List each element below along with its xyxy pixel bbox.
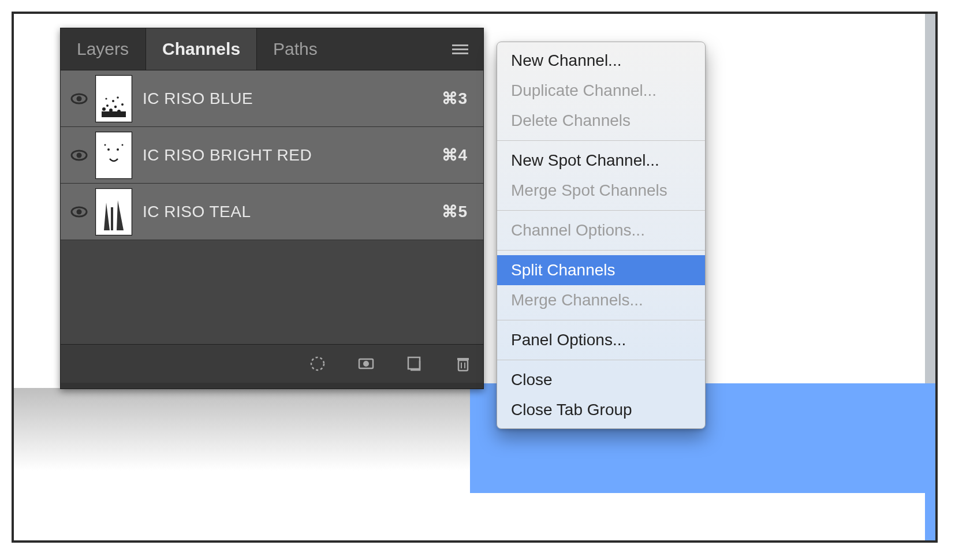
- svg-point-18: [117, 148, 119, 151]
- right-rail-lower: [925, 383, 935, 540]
- svg-rect-29: [457, 358, 469, 360]
- menu-close[interactable]: Close: [497, 365, 705, 395]
- svg-point-13: [117, 96, 119, 99]
- menu-duplicate-channel: Duplicate Channel...: [497, 76, 705, 106]
- svg-point-5: [102, 107, 106, 111]
- channel-row[interactable]: IC RISO TEAL ⌘5: [61, 184, 483, 240]
- channel-thumbnail: [95, 188, 132, 236]
- menu-close-tab-group[interactable]: Close Tab Group: [497, 395, 705, 425]
- tab-layers[interactable]: Layers: [61, 28, 146, 70]
- menu-separator: [497, 320, 705, 320]
- panel-flyout-menu: New Channel... Duplicate Channel... Dele…: [497, 42, 706, 429]
- channel-thumbnail: [95, 75, 132, 122]
- menu-separator: [497, 360, 705, 360]
- delete-channel-icon[interactable]: [451, 352, 475, 376]
- channels-panel: Layers Channels Paths IC RISO BLUE: [60, 28, 484, 389]
- menu-split-channels[interactable]: Split Channels: [497, 255, 705, 285]
- panel-menu-icon[interactable]: [444, 28, 476, 70]
- channel-name: IC RISO TEAL: [143, 203, 442, 221]
- menu-new-spot-channel[interactable]: New Spot Channel...: [497, 145, 705, 176]
- menu-merge-channels: Merge Channels...: [497, 285, 705, 315]
- svg-point-11: [112, 100, 114, 102]
- visibility-eye-icon[interactable]: [66, 93, 92, 104]
- svg-point-12: [105, 98, 107, 99]
- load-selection-icon[interactable]: [305, 352, 330, 376]
- menu-channel-options: Channel Options...: [497, 215, 705, 245]
- screenshot-frame: Layers Channels Paths IC RISO BLUE: [12, 12, 938, 543]
- visibility-eye-icon[interactable]: [66, 206, 92, 218]
- new-channel-icon[interactable]: [402, 352, 427, 376]
- channel-row[interactable]: IC RISO BLUE ⌘3: [61, 70, 483, 127]
- panel-footer: [61, 344, 483, 383]
- svg-point-26: [363, 361, 369, 367]
- menu-new-channel[interactable]: New Channel...: [497, 46, 705, 76]
- svg-rect-28: [458, 360, 468, 371]
- channel-row[interactable]: IC RISO BRIGHT RED ⌘4: [61, 127, 483, 184]
- channel-shortcut: ⌘4: [442, 145, 467, 165]
- svg-point-20: [122, 144, 124, 145]
- svg-rect-14: [102, 111, 126, 117]
- svg-point-22: [77, 209, 82, 214]
- visibility-eye-icon[interactable]: [66, 150, 92, 161]
- svg-point-10: [121, 103, 124, 106]
- svg-point-17: [107, 148, 110, 151]
- save-selection-icon[interactable]: [354, 352, 378, 376]
- svg-point-19: [105, 144, 106, 145]
- channel-name: IC RISO BRIGHT RED: [143, 146, 442, 165]
- svg-rect-0: [452, 44, 468, 46]
- menu-delete-channels: Delete Channels: [497, 106, 705, 136]
- channel-thumbnail: [95, 132, 132, 179]
- channel-name: IC RISO BLUE: [143, 89, 442, 108]
- svg-point-4: [77, 96, 82, 101]
- svg-rect-27: [408, 357, 420, 369]
- panel-tabs: Layers Channels Paths: [61, 28, 483, 70]
- svg-rect-1: [452, 48, 468, 50]
- svg-point-24: [311, 357, 324, 370]
- svg-rect-2: [452, 53, 468, 54]
- menu-separator: [497, 210, 705, 211]
- right-rail: [925, 14, 935, 383]
- channel-shortcut: ⌘5: [442, 202, 467, 221]
- svg-point-8: [114, 105, 117, 107]
- channel-shortcut: ⌘3: [442, 89, 467, 108]
- channel-list-empty-area: [61, 240, 483, 344]
- svg-rect-23: [111, 207, 113, 230]
- tab-paths[interactable]: Paths: [257, 28, 334, 70]
- menu-separator: [497, 140, 705, 141]
- svg-point-16: [77, 152, 82, 158]
- svg-point-6: [106, 104, 109, 107]
- menu-panel-options[interactable]: Panel Options...: [497, 325, 705, 355]
- tab-channels[interactable]: Channels: [146, 28, 257, 70]
- menu-merge-spot-channels: Merge Spot Channels: [497, 176, 705, 206]
- menu-separator: [497, 250, 705, 251]
- channel-list: IC RISO BLUE ⌘3 IC RISO BRIGHT RED ⌘4: [61, 70, 483, 344]
